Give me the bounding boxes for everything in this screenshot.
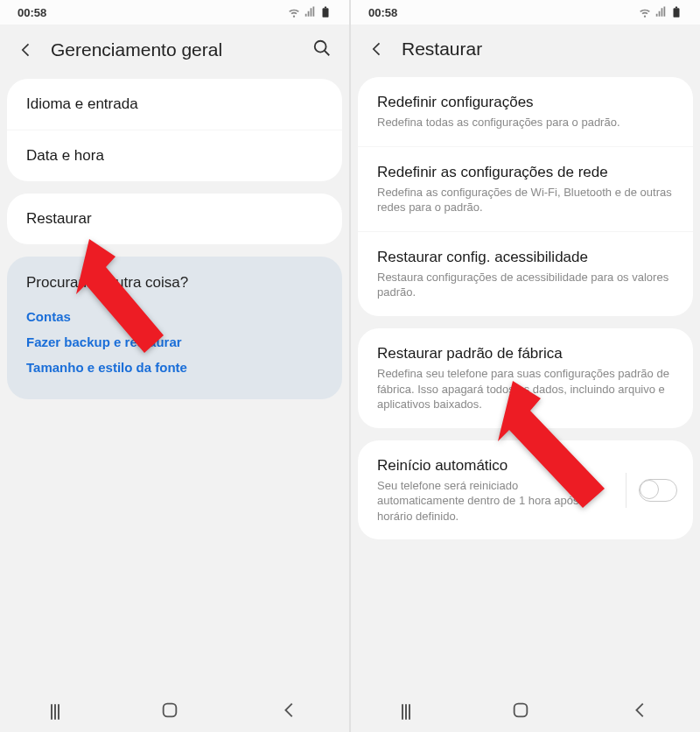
row-restaurar[interactable]: Restaurar bbox=[7, 194, 342, 244]
nav-bar bbox=[0, 692, 349, 732]
nav-back[interactable] bbox=[631, 700, 650, 723]
wifi-icon bbox=[288, 6, 300, 18]
row-subtitle: Redefina todas as configurações para o p… bbox=[377, 115, 674, 130]
home-icon bbox=[511, 700, 530, 720]
row-subtitle: Redefina seu telefone para suas configur… bbox=[377, 366, 674, 412]
svg-rect-1 bbox=[325, 7, 326, 9]
nav-back[interactable] bbox=[280, 700, 299, 723]
settings-group: Reinício automático Seu telefone será re… bbox=[358, 440, 693, 540]
row-title: Restaurar bbox=[26, 209, 323, 229]
row-title: Reinício automático bbox=[377, 456, 605, 475]
row-title: Data e hora bbox=[26, 146, 323, 165]
nav-recents[interactable] bbox=[51, 704, 60, 720]
link-fazer-backup[interactable]: Fazer backup e restaurar bbox=[26, 329, 323, 355]
nav-recents[interactable] bbox=[402, 704, 410, 720]
status-bar: 00:58 bbox=[351, 0, 700, 25]
back-button[interactable] bbox=[368, 40, 386, 58]
svg-point-2 bbox=[315, 41, 326, 53]
svg-rect-0 bbox=[323, 8, 329, 17]
content-area: Redefinir configurações Redefina todas a… bbox=[351, 77, 700, 692]
chevron-left-icon bbox=[280, 700, 299, 720]
row-title: Idioma e entrada bbox=[26, 95, 323, 114]
row-idioma-entrada[interactable]: Idioma e entrada bbox=[7, 79, 342, 130]
back-button[interactable] bbox=[18, 41, 35, 59]
status-bar: 00:58 bbox=[0, 0, 349, 25]
status-icons bbox=[639, 6, 682, 18]
svg-rect-6 bbox=[676, 7, 677, 9]
row-title: Restaurar padrão de fábrica bbox=[377, 344, 674, 363]
nav-home[interactable] bbox=[511, 700, 530, 723]
info-title: Procurando outra coisa? bbox=[26, 274, 323, 292]
battery-icon bbox=[670, 6, 682, 18]
row-title: Restaurar config. acessibilidade bbox=[377, 248, 674, 267]
settings-group: Redefinir configurações Redefina todas a… bbox=[358, 77, 693, 316]
status-time: 00:58 bbox=[368, 6, 397, 19]
row-subtitle: Redefina as configurações de Wi-Fi, Blue… bbox=[377, 185, 674, 215]
signal-icon bbox=[654, 6, 667, 18]
status-icons bbox=[288, 6, 332, 18]
battery-icon bbox=[319, 6, 332, 18]
looking-for-card: Procurando outra coisa? Contas Fazer bac… bbox=[7, 257, 342, 399]
toggle-switch[interactable] bbox=[639, 479, 677, 502]
settings-group: Restaurar padrão de fábrica Redefina seu… bbox=[358, 328, 693, 428]
status-time: 00:58 bbox=[18, 6, 46, 19]
link-tamanho-fonte[interactable]: Tamanho e estilo da fonte bbox=[26, 355, 323, 380]
header: Restaurar bbox=[351, 25, 700, 77]
row-restaurar-fabrica[interactable]: Restaurar padrão de fábrica Redefina seu… bbox=[358, 328, 693, 428]
signal-icon bbox=[304, 6, 316, 18]
chevron-left-icon bbox=[368, 40, 386, 58]
row-reinicio-automatico[interactable]: Reinício automático Seu telefone será re… bbox=[358, 440, 693, 540]
row-title: Redefinir as configurações de rede bbox=[377, 163, 674, 182]
svg-rect-3 bbox=[163, 704, 176, 717]
row-subtitle: Restaura configurações de acessibilidade… bbox=[377, 270, 674, 300]
phone-screen-left: 00:58 Gerenciamento geral Idioma e entra… bbox=[0, 0, 349, 732]
home-icon bbox=[160, 700, 179, 720]
search-icon bbox=[312, 39, 332, 58]
chevron-left-icon bbox=[631, 700, 650, 720]
phone-screen-right: 00:58 Restaurar Redefinir configurações … bbox=[351, 0, 700, 732]
chevron-left-icon bbox=[18, 41, 35, 59]
content-area: Idioma e entrada Data e hora Restaurar P… bbox=[0, 79, 349, 692]
svg-rect-5 bbox=[674, 8, 680, 17]
row-subtitle: Seu telefone será reiniciado automaticam… bbox=[377, 478, 605, 524]
settings-group: Idioma e entrada Data e hora bbox=[7, 79, 342, 181]
row-title: Redefinir configurações bbox=[377, 93, 674, 112]
nav-bar bbox=[351, 692, 700, 732]
header: Gerenciamento geral bbox=[0, 25, 349, 79]
row-redefinir-rede[interactable]: Redefinir as configurações de rede Redef… bbox=[358, 146, 693, 231]
divider bbox=[626, 473, 626, 508]
link-contas[interactable]: Contas bbox=[26, 304, 323, 329]
page-title: Restaurar bbox=[402, 39, 682, 60]
row-redefinir-config[interactable]: Redefinir configurações Redefina todas a… bbox=[358, 77, 693, 146]
nav-home[interactable] bbox=[160, 700, 179, 723]
settings-group: Restaurar bbox=[7, 194, 342, 244]
svg-rect-7 bbox=[514, 704, 527, 717]
search-button[interactable] bbox=[312, 39, 332, 61]
page-title: Gerenciamento geral bbox=[51, 39, 297, 60]
row-data-hora[interactable]: Data e hora bbox=[7, 130, 342, 181]
row-restaurar-acessibilidade[interactable]: Restaurar config. acessibilidade Restaur… bbox=[358, 231, 693, 316]
wifi-icon bbox=[639, 6, 651, 18]
